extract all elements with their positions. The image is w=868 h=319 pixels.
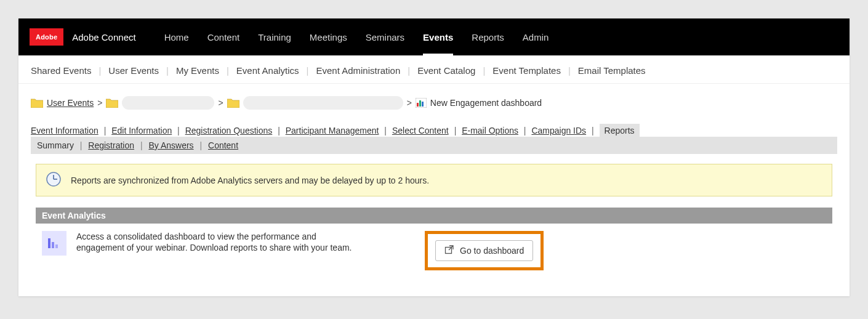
analytics-description: Access a consolidated dashboard to view … bbox=[76, 231, 366, 253]
nav-admin[interactable]: Admin bbox=[523, 18, 549, 55]
subnav-event-catalog[interactable]: Event Catalog bbox=[417, 65, 475, 76]
breadcrumb-redacted-2[interactable] bbox=[243, 96, 403, 110]
folder-icon bbox=[31, 98, 43, 108]
adobe-logo: Adobe bbox=[30, 28, 63, 46]
nav-items: Home Content Training Meetings Seminars … bbox=[164, 18, 549, 55]
subtab-content[interactable]: Content bbox=[208, 140, 238, 150]
breadcrumb-current: New Engagement dashboard bbox=[430, 98, 542, 108]
breadcrumb-sep: > bbox=[97, 98, 102, 108]
svg-rect-2 bbox=[419, 100, 421, 107]
top-nav: Adobe Adobe Connect Home Content Trainin… bbox=[18, 18, 850, 55]
svg-rect-3 bbox=[422, 102, 424, 107]
breadcrumb-sep: > bbox=[407, 98, 412, 108]
tab-select-content[interactable]: Select Content bbox=[392, 126, 449, 135]
nav-seminars[interactable]: Seminars bbox=[366, 18, 404, 55]
subnav-email-templates[interactable]: Email Templates bbox=[578, 65, 646, 76]
external-link-icon bbox=[444, 245, 454, 256]
detail-tabs: Event Information | Edit Information | R… bbox=[31, 126, 837, 135]
folder-icon bbox=[106, 98, 118, 108]
content-area: User Events > > > New Engagement dashboa bbox=[18, 84, 850, 296]
sync-alert: Reports are synchronized from Adobe Anal… bbox=[36, 164, 832, 196]
product-name: Adobe Connect bbox=[72, 32, 135, 42]
sub-nav: Shared Events| User Events| My Events| E… bbox=[18, 55, 850, 84]
report-subtabs: Summary | Registration | By Answers | Co… bbox=[31, 137, 837, 154]
dashboard-button-highlight: Go to dashboard bbox=[425, 231, 544, 270]
svg-rect-8 bbox=[52, 242, 54, 248]
analytics-section-header: Event Analytics bbox=[36, 208, 832, 224]
tab-edit-information[interactable]: Edit Information bbox=[111, 126, 172, 135]
nav-home[interactable]: Home bbox=[164, 18, 189, 55]
nav-training[interactable]: Training bbox=[258, 18, 291, 55]
subnav-event-administration[interactable]: Event Administration bbox=[316, 65, 400, 76]
svg-rect-1 bbox=[417, 103, 419, 107]
svg-rect-9 bbox=[55, 244, 58, 248]
sync-alert-text: Reports are synchronized from Adobe Anal… bbox=[71, 176, 429, 185]
subnav-user-events[interactable]: User Events bbox=[108, 65, 159, 76]
nav-reports[interactable]: Reports bbox=[472, 18, 504, 55]
chart-icon bbox=[416, 98, 427, 108]
tab-participant-management[interactable]: Participant Management bbox=[286, 126, 379, 135]
breadcrumb-redacted-1[interactable] bbox=[122, 96, 214, 110]
subnav-event-templates[interactable]: Event Templates bbox=[492, 65, 561, 76]
subtab-by-answers[interactable]: By Answers bbox=[148, 140, 193, 150]
subtab-registration[interactable]: Registration bbox=[88, 140, 134, 150]
subtab-summary[interactable]: Summary bbox=[37, 140, 74, 150]
tab-registration-questions[interactable]: Registration Questions bbox=[185, 126, 273, 135]
tab-email-options[interactable]: E-mail Options bbox=[462, 126, 518, 135]
analytics-section-body: Access a consolidated dashboard to view … bbox=[36, 224, 832, 278]
clock-icon bbox=[45, 171, 62, 190]
nav-meetings[interactable]: Meetings bbox=[310, 18, 347, 55]
subnav-my-events[interactable]: My Events bbox=[176, 65, 219, 76]
breadcrumb: User Events > > > New Engagement dashboa bbox=[31, 96, 837, 110]
breadcrumb-user-events[interactable]: User Events bbox=[47, 98, 94, 108]
tab-reports[interactable]: Reports bbox=[600, 124, 640, 137]
go-to-dashboard-button[interactable]: Go to dashboard bbox=[435, 240, 533, 261]
tab-event-information[interactable]: Event Information bbox=[31, 126, 98, 135]
subnav-shared-events[interactable]: Shared Events bbox=[31, 65, 91, 76]
folder-icon bbox=[227, 98, 239, 108]
nav-content[interactable]: Content bbox=[207, 18, 240, 55]
go-to-dashboard-label: Go to dashboard bbox=[460, 246, 524, 256]
subnav-event-analytics[interactable]: Event Analytics bbox=[236, 65, 299, 76]
svg-rect-7 bbox=[48, 238, 50, 248]
tab-campaign-ids[interactable]: Campaign IDs bbox=[531, 126, 586, 135]
nav-events[interactable]: Events bbox=[423, 18, 453, 55]
analytics-bars-icon bbox=[42, 231, 66, 256]
breadcrumb-sep: > bbox=[218, 98, 223, 108]
app-frame: Adobe Adobe Connect Home Content Trainin… bbox=[18, 18, 850, 296]
